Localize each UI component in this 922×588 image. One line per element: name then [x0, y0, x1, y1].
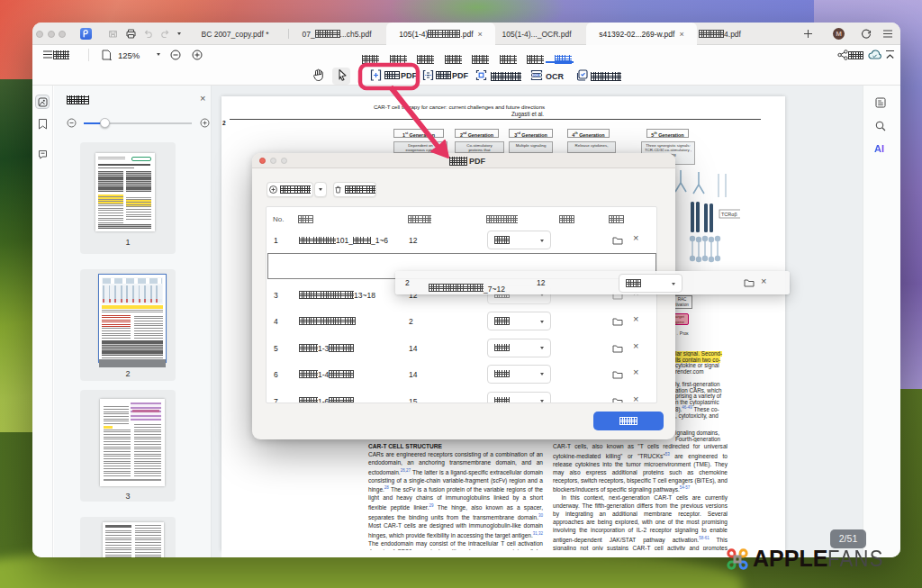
svg-text:TCRαβ: TCRαβ	[721, 212, 737, 217]
svg-text:OCR: OCR	[533, 74, 540, 77]
